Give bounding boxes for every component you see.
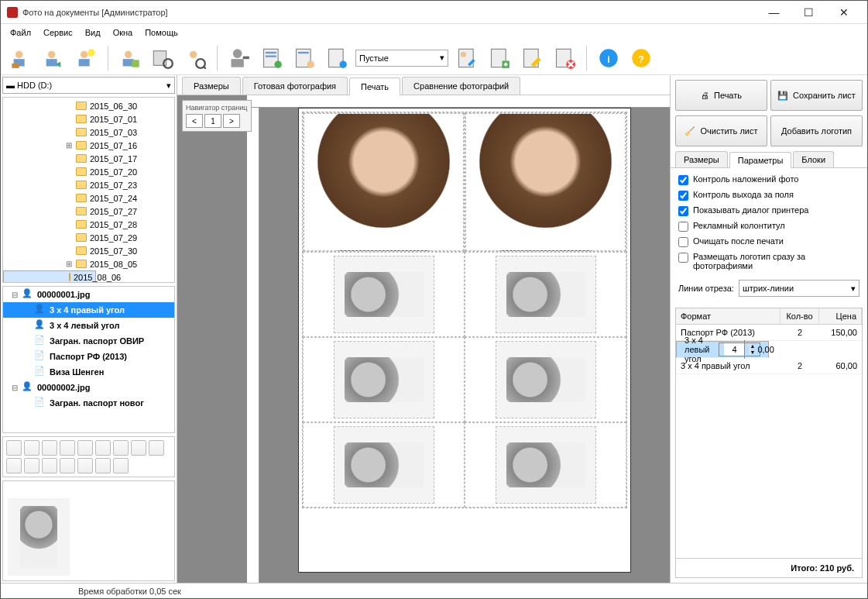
tab-ready[interactable]: Готовая фотография	[242, 77, 348, 95]
minimize-button[interactable]: —	[756, 2, 791, 23]
param-check[interactable]: Размещать логотип сразу за фотографиями	[678, 252, 859, 270]
tool-info[interactable]: i	[595, 44, 623, 72]
format-item[interactable]: Виза Шенген	[50, 367, 104, 377]
tb6[interactable]	[95, 440, 111, 456]
menu-view[interactable]: Вид	[81, 26, 105, 39]
format-item[interactable]: 3 х 4 левый угол	[50, 321, 119, 330]
toolbar-preset-select[interactable]: Пустые▾	[355, 50, 448, 67]
tb4[interactable]	[60, 440, 75, 456]
tool-help[interactable]: ?	[627, 44, 655, 72]
tb10[interactable]	[6, 458, 22, 473]
menu-help[interactable]: Помощь	[140, 26, 183, 39]
tool-list-plus[interactable]	[485, 44, 513, 72]
tab-sizes[interactable]: Размеры	[182, 77, 241, 95]
folder-item[interactable]: 2015_07_01	[3, 112, 174, 126]
rtab-sizes[interactable]: Размеры	[675, 151, 728, 167]
tab-print[interactable]: Печать	[349, 77, 400, 95]
tb9[interactable]	[149, 440, 164, 456]
param-check[interactable]: Контроль выхода за поля	[678, 190, 859, 201]
tb5[interactable]	[77, 440, 93, 456]
photo-slot[interactable]	[334, 426, 434, 504]
order-row[interactable]: 3 х 4 левый угол▲▼0,00	[676, 341, 769, 358]
tb12[interactable]	[42, 458, 57, 473]
hdr-format[interactable]: Формат	[676, 308, 781, 324]
cut-lines-select[interactable]: штрих-линии▾	[739, 280, 859, 297]
drive-select[interactable]: ▬ HDD (D:)▾	[2, 77, 175, 94]
nav-next[interactable]: >	[223, 114, 240, 128]
param-check[interactable]: Контроль наложений фото	[678, 174, 859, 185]
order-row[interactable]: 3 х 4 правый угол260,00	[676, 358, 862, 374]
folder-item[interactable]: 2015_07_27	[3, 205, 174, 218]
tool-list-1[interactable]	[258, 44, 286, 72]
tb8[interactable]	[131, 440, 146, 456]
nav-prev[interactable]: <	[186, 114, 203, 128]
tb16[interactable]	[113, 458, 129, 473]
menu-service[interactable]: Сервис	[39, 26, 77, 39]
print-canvas[interactable]: Навигатор страниц < 1 >	[177, 95, 670, 583]
folder-item[interactable]: 2015_07_20	[3, 165, 174, 178]
photo-slot[interactable]	[334, 256, 434, 333]
folder-item[interactable]: 2015_07_24	[3, 191, 174, 205]
tb14[interactable]	[77, 458, 93, 473]
menu-windows[interactable]: Окна	[108, 26, 138, 39]
format-item[interactable]: Паспорт РФ (2013)	[50, 352, 127, 361]
tool-list-add[interactable]	[453, 44, 481, 72]
print-button[interactable]: 🖨 Печать	[675, 80, 767, 111]
folder-item[interactable]: ⊞2015_07_16	[3, 139, 174, 152]
tool-list-3[interactable]	[323, 44, 351, 72]
hdr-price[interactable]: Цена	[819, 308, 862, 324]
param-check[interactable]: Показывать диалог принтера	[678, 205, 859, 216]
tb1[interactable]	[6, 440, 22, 456]
add-logo-button[interactable]: Добавить логотип	[770, 115, 863, 146]
maximize-button[interactable]: ☐	[791, 2, 826, 23]
tool-2[interactable]	[39, 44, 67, 72]
tab-compare[interactable]: Сравнение фотографий	[402, 77, 520, 95]
folder-item[interactable]: 2015_08_06	[3, 270, 96, 283]
tb7[interactable]	[113, 440, 129, 456]
photo-slot[interactable]	[304, 113, 464, 251]
folder-item[interactable]: 2015_07_03	[3, 126, 174, 139]
save-sheet-button[interactable]: 💾 Сохранить лист	[770, 80, 863, 111]
tool-4[interactable]	[116, 44, 144, 72]
tb11[interactable]	[24, 458, 39, 473]
photo-slot[interactable]	[334, 341, 434, 418]
format-item[interactable]: Загран. паспорт ОВИР	[50, 336, 144, 346]
tool-list-edit[interactable]	[518, 44, 546, 72]
nav-page[interactable]: 1	[204, 114, 221, 128]
folder-item[interactable]: 2015_07_17	[3, 152, 174, 165]
file-2[interactable]: 00000002.jpg	[37, 383, 91, 392]
photo-slot[interactable]	[496, 426, 596, 504]
close-button[interactable]: ✕	[826, 2, 861, 23]
tb15[interactable]	[95, 458, 111, 473]
tool-list-delete[interactable]	[551, 44, 578, 72]
file-1[interactable]: 00000001.jpg	[37, 290, 91, 299]
param-check[interactable]: Очищать после печати	[678, 236, 859, 247]
print-page[interactable]	[298, 108, 631, 573]
clear-sheet-button[interactable]: 🧹 Очистить лист	[675, 115, 767, 146]
rtab-blocks[interactable]: Блоки	[793, 151, 834, 167]
folder-item[interactable]: 2015_06_30	[3, 99, 174, 112]
param-check[interactable]: Рекламный колонтитул	[678, 221, 859, 232]
tool-3[interactable]	[72, 44, 100, 72]
file-tree[interactable]: ⊟👤00000001.jpg 👤3 х 4 правый угол 👤3 х 4…	[2, 286, 175, 433]
photo-slot[interactable]	[496, 341, 596, 418]
tool-6[interactable]	[181, 44, 209, 72]
folder-item[interactable]: ⊞2015_08_05	[3, 257, 174, 270]
tb2[interactable]	[24, 440, 39, 456]
tool-list-2[interactable]	[290, 44, 318, 72]
format-item[interactable]: 3 х 4 правый угол	[50, 305, 125, 315]
folder-item[interactable]: 2015_07_29	[3, 231, 174, 244]
rtab-params[interactable]: Параметры	[729, 152, 792, 168]
format-item[interactable]: Загран. паспорт новог	[50, 398, 144, 408]
photo-slot[interactable]	[465, 113, 626, 251]
tb13[interactable]	[60, 458, 75, 473]
menu-file[interactable]: Файл	[5, 26, 36, 39]
folder-item[interactable]: 2015_07_30	[3, 244, 174, 257]
photo-slot[interactable]	[496, 256, 596, 333]
tool-5[interactable]	[149, 44, 177, 72]
tb3[interactable]	[42, 440, 57, 456]
hdr-qty[interactable]: Кол-во	[781, 308, 819, 324]
tool-person-key[interactable]	[225, 44, 253, 72]
folder-tree[interactable]: 2015_06_302015_07_012015_07_03⊞2015_07_1…	[2, 97, 175, 283]
folder-item[interactable]: 2015_07_28	[3, 218, 174, 231]
